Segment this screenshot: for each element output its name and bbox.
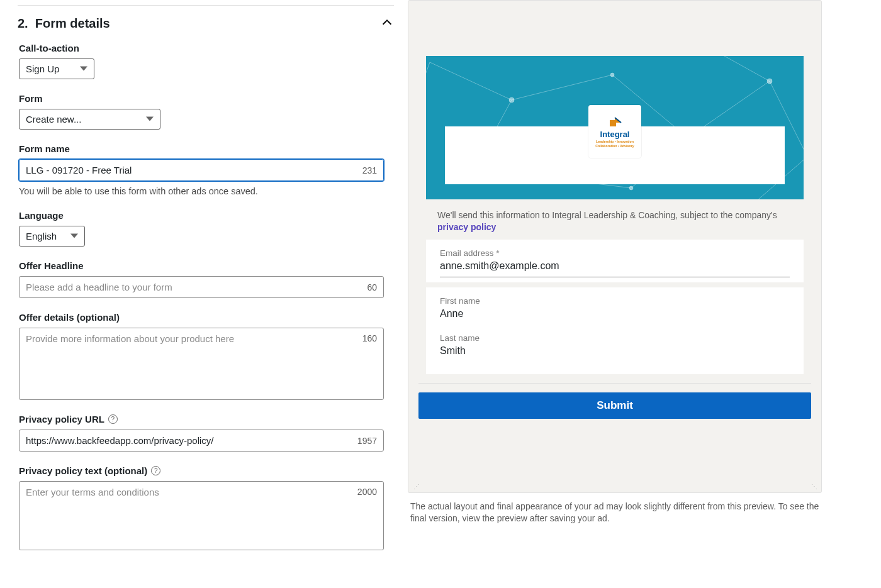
preview-lastname-value: Smith bbox=[440, 345, 790, 362]
form-editor-panel: 2. Form details Call-to-action Sign Up F… bbox=[0, 0, 403, 588]
preview-card: Integral Leadership • Innovation Collabo… bbox=[408, 0, 822, 493]
headline-input-wrapper[interactable]: 60 bbox=[19, 276, 384, 298]
headline-input[interactable] bbox=[26, 282, 361, 292]
help-icon[interactable]: ? bbox=[108, 414, 118, 424]
privacy-url-count: 1957 bbox=[357, 436, 377, 446]
preview-panel: Integral Leadership • Innovation Collabo… bbox=[403, 0, 834, 588]
preview-lastname-label: Last name bbox=[440, 333, 790, 343]
preview-footnote: The actual layout and final appearance o… bbox=[410, 501, 819, 524]
submit-button[interactable]: Submit bbox=[418, 392, 811, 419]
privacy-policy-link[interactable]: privacy policy bbox=[437, 222, 496, 232]
svg-point-19 bbox=[629, 186, 633, 190]
language-value: English bbox=[26, 231, 57, 241]
svg-point-15 bbox=[610, 73, 614, 77]
help-icon[interactable]: ? bbox=[151, 466, 160, 475]
form-select[interactable]: Create new... bbox=[19, 109, 160, 130]
privacy-text-count: 2000 bbox=[357, 487, 377, 497]
caret-down-icon bbox=[70, 231, 78, 241]
details-field: Offer details (optional) 160 bbox=[19, 312, 394, 400]
preview-firstname-value: Anne bbox=[440, 308, 790, 325]
privacy-url-field: Privacy policy URL ? 1957 bbox=[19, 414, 394, 452]
privacy-text-textarea[interactable] bbox=[26, 487, 351, 545]
logo-word: Integral bbox=[600, 130, 630, 139]
section-header[interactable]: 2. Form details bbox=[18, 5, 394, 43]
form-label: Form bbox=[19, 93, 394, 104]
headline-label: Offer Headline bbox=[19, 260, 394, 271]
cta-value: Sign Up bbox=[26, 64, 59, 74]
logo-mark-icon bbox=[607, 115, 622, 130]
preview-name-card: First name Anne Last name Smith bbox=[426, 287, 804, 374]
logo-tagline: Collaboration • Advisory bbox=[595, 144, 634, 148]
preview-form-fields: Email address * anne.smith@example.com F… bbox=[426, 240, 804, 374]
cta-field: Call-to-action Sign Up bbox=[19, 43, 394, 79]
details-textarea-wrapper[interactable]: 160 bbox=[19, 328, 384, 400]
resize-handle-icon[interactable]: ⋱ bbox=[811, 483, 816, 490]
form-name-input[interactable] bbox=[26, 165, 356, 175]
form-name-field: Form name 231 You will be able to use th… bbox=[19, 143, 394, 196]
privacy-url-input-wrapper[interactable]: 1957 bbox=[19, 430, 384, 452]
form-name-label: Form name bbox=[19, 143, 394, 154]
section-title: 2. Form details bbox=[18, 16, 110, 31]
svg-point-13 bbox=[509, 97, 514, 103]
privacy-text-label: Privacy policy text (optional) ? bbox=[19, 465, 394, 476]
caret-down-icon bbox=[80, 64, 87, 74]
privacy-url-input[interactable] bbox=[26, 435, 351, 446]
preview-email-label: Email address * bbox=[440, 248, 790, 258]
form-name-input-wrapper[interactable]: 231 bbox=[19, 159, 384, 181]
form-field: Form Create new... bbox=[19, 93, 394, 130]
language-select[interactable]: English bbox=[19, 226, 85, 247]
resize-handle-icon[interactable]: ⋰ bbox=[413, 483, 418, 490]
privacy-text-field: Privacy policy text (optional) ? 2000 bbox=[19, 465, 394, 550]
consent-text: We'll send this information to Integral … bbox=[437, 209, 792, 233]
cta-label: Call-to-action bbox=[19, 43, 394, 53]
details-label: Offer details (optional) bbox=[19, 312, 394, 323]
preview-submit-row: Submit bbox=[418, 383, 811, 419]
preview-email-card: Email address * anne.smith@example.com bbox=[426, 240, 804, 282]
company-logo: Integral Leadership • Innovation Collabo… bbox=[588, 105, 641, 158]
svg-point-17 bbox=[767, 79, 772, 84]
preview-email-value: anne.smith@example.com bbox=[440, 260, 790, 277]
headline-count: 60 bbox=[367, 282, 377, 292]
language-field: Language English bbox=[19, 210, 394, 247]
logo-tagline: Leadership • Innovation bbox=[596, 140, 634, 143]
preview-hero: Integral Leadership • Innovation Collabo… bbox=[426, 56, 804, 199]
cta-select[interactable]: Sign Up bbox=[19, 58, 94, 79]
caret-down-icon bbox=[146, 114, 154, 125]
details-count: 160 bbox=[362, 333, 377, 343]
form-name-hint: You will be able to use this form with o… bbox=[19, 186, 394, 196]
language-label: Language bbox=[19, 210, 394, 221]
privacy-text-textarea-wrapper[interactable]: 2000 bbox=[19, 481, 384, 550]
chevron-up-icon[interactable] bbox=[380, 16, 394, 31]
privacy-url-label: Privacy policy URL ? bbox=[19, 414, 394, 424]
details-textarea[interactable] bbox=[26, 333, 356, 394]
form-name-count: 231 bbox=[362, 165, 377, 175]
preview-firstname-label: First name bbox=[440, 296, 790, 306]
headline-field: Offer Headline 60 bbox=[19, 260, 394, 298]
form-select-value: Create new... bbox=[26, 114, 81, 125]
